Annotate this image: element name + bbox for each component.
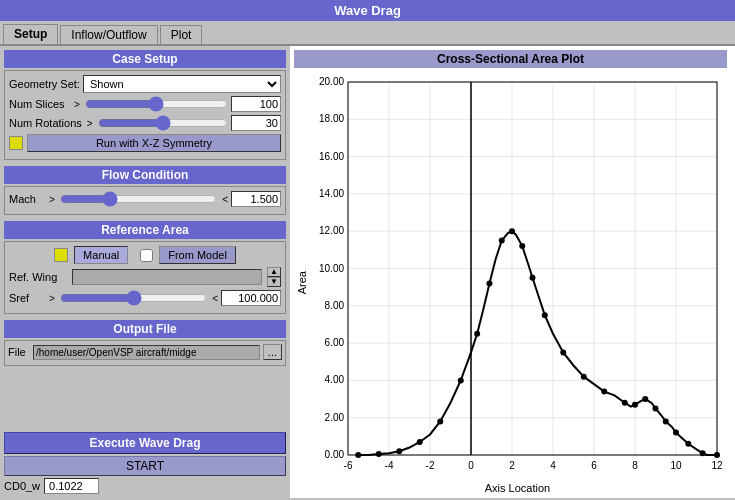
mach-row: Mach > < 1.500 bbox=[9, 191, 281, 207]
reference-area-box: Manual From Model Ref. Wing ▲ ▼ Sref > bbox=[4, 241, 286, 314]
num-rotations-label: Num Rotations bbox=[9, 117, 82, 129]
from-model-checkbox[interactable] bbox=[140, 249, 153, 262]
geometry-set-row: Geometry Set: Shown bbox=[9, 75, 281, 93]
ref-wing-up[interactable]: ▲ bbox=[267, 267, 281, 277]
ref-wing-row: Ref. Wing ▲ ▼ bbox=[9, 267, 281, 287]
chart-inner: Axis Location bbox=[308, 72, 727, 494]
case-setup-box: Geometry Set: Shown Num Slices > 100 bbox=[4, 70, 286, 160]
right-panel: Cross-Sectional Area Plot Area Axis Loca… bbox=[290, 46, 735, 498]
mach-left-arrow[interactable]: > bbox=[47, 194, 57, 205]
output-file-section: Output File File /home/user/OpenVSP airc… bbox=[4, 320, 286, 369]
chart-canvas-wrapper bbox=[308, 72, 727, 480]
main-layout: Case Setup Geometry Set: Shown Num Slice… bbox=[0, 46, 735, 498]
file-browse-button[interactable]: ... bbox=[263, 344, 282, 360]
reference-area-section: Reference Area Manual From Model Ref. Wi… bbox=[4, 221, 286, 317]
y-axis-label: Area bbox=[294, 271, 308, 294]
num-rotations-slider-container bbox=[98, 115, 228, 131]
num-slices-row: Num Slices > 100 bbox=[9, 96, 281, 112]
num-slices-label: Num Slices bbox=[9, 98, 69, 110]
chart-canvas bbox=[308, 72, 727, 480]
num-rotations-left-arrow[interactable]: > bbox=[85, 118, 95, 129]
left-panel: Case Setup Geometry Set: Shown Num Slice… bbox=[0, 46, 290, 498]
x-axis-label: Axis Location bbox=[308, 480, 727, 494]
reference-area-header: Reference Area bbox=[4, 221, 286, 239]
manual-checkbox[interactable] bbox=[54, 248, 68, 262]
num-slices-slider[interactable] bbox=[85, 96, 228, 112]
output-file-header: Output File bbox=[4, 320, 286, 338]
flow-condition-header: Flow Condition bbox=[4, 166, 286, 184]
chart-area: Area Axis Location bbox=[294, 72, 727, 494]
mach-slider-container bbox=[60, 191, 217, 207]
start-button[interactable]: START bbox=[4, 456, 286, 476]
symmetry-row: Run with X-Z Symmetry bbox=[9, 134, 281, 152]
mach-slider[interactable] bbox=[60, 191, 217, 207]
ref-mode-row: Manual From Model bbox=[9, 246, 281, 264]
tab-plot[interactable]: Plot bbox=[160, 25, 203, 44]
num-slices-value: 100 bbox=[231, 96, 281, 112]
cd0-value: 0.1022 bbox=[44, 478, 99, 494]
num-slices-slider-container bbox=[85, 96, 228, 112]
cd0-row: CD0_w 0.1022 bbox=[4, 478, 286, 494]
sref-value: 100.000 bbox=[221, 290, 281, 306]
num-rotations-value: 30 bbox=[231, 115, 281, 131]
flow-condition-box: Mach > < 1.500 bbox=[4, 186, 286, 215]
geometry-set-wrapper: Shown bbox=[83, 75, 281, 93]
tab-setup[interactable]: Setup bbox=[3, 24, 58, 44]
ref-wing-spinner: ▲ ▼ bbox=[267, 267, 281, 287]
tab-bar: Setup Inflow/Outflow Plot bbox=[0, 21, 735, 46]
mach-label: Mach bbox=[9, 193, 44, 205]
title-bar: Wave Drag bbox=[0, 0, 735, 21]
geometry-set-select[interactable]: Shown bbox=[83, 75, 281, 93]
case-setup-header: Case Setup bbox=[4, 50, 286, 68]
num-rotations-slider[interactable] bbox=[98, 115, 228, 131]
sref-less-arrow[interactable]: < bbox=[212, 293, 218, 304]
sref-slider-container bbox=[60, 290, 207, 306]
manual-button[interactable]: Manual bbox=[74, 246, 128, 264]
file-path: /home/user/OpenVSP aircraft/midge bbox=[33, 345, 260, 360]
file-label: File bbox=[8, 346, 30, 358]
output-file-box: File /home/user/OpenVSP aircraft/midge .… bbox=[4, 340, 286, 366]
from-model-button[interactable]: From Model bbox=[159, 246, 236, 264]
cd0-label: CD0_w bbox=[4, 480, 40, 492]
ref-wing-input[interactable] bbox=[72, 269, 262, 285]
num-rotations-row: Num Rotations > 30 bbox=[9, 115, 281, 131]
execute-button[interactable]: Execute Wave Drag bbox=[4, 432, 286, 454]
geometry-set-label: Geometry Set: bbox=[9, 78, 80, 90]
sref-slider[interactable] bbox=[60, 290, 207, 306]
sref-label: Sref bbox=[9, 292, 44, 304]
case-setup-section: Case Setup Geometry Set: Shown Num Slice… bbox=[4, 50, 286, 163]
flow-condition-section: Flow Condition Mach > < 1.500 bbox=[4, 166, 286, 218]
tab-inflow-outflow[interactable]: Inflow/Outflow bbox=[60, 25, 157, 44]
sref-left-arrow[interactable]: > bbox=[47, 293, 57, 304]
sref-row: Sref > < 100.000 bbox=[9, 290, 281, 306]
num-slices-left-arrow[interactable]: > bbox=[72, 99, 82, 110]
ref-wing-label: Ref. Wing bbox=[9, 271, 69, 283]
mach-less-arrow[interactable]: < bbox=[222, 194, 228, 205]
chart-title: Cross-Sectional Area Plot bbox=[294, 50, 727, 68]
bottom-section: Execute Wave Drag START CD0_w 0.1022 bbox=[4, 432, 286, 494]
app-title: Wave Drag bbox=[334, 3, 401, 18]
symmetry-checkbox[interactable] bbox=[9, 136, 23, 150]
file-row: File /home/user/OpenVSP aircraft/midge .… bbox=[8, 344, 282, 360]
ref-wing-down[interactable]: ▼ bbox=[267, 277, 281, 287]
mach-value: 1.500 bbox=[231, 191, 281, 207]
symmetry-button[interactable]: Run with X-Z Symmetry bbox=[27, 134, 281, 152]
